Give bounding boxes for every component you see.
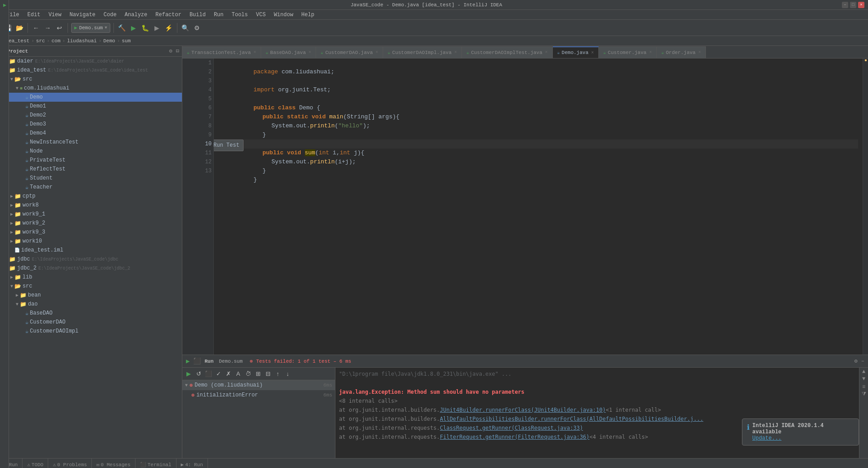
tree-work9-1[interactable]: ▶ 📁 work9_1 xyxy=(0,210,182,219)
bottom-tab-messages[interactable]: ✉ 0 Messages xyxy=(92,459,136,468)
notification-update-link[interactable]: Update... xyxy=(752,435,854,441)
tree-idea-test[interactable]: ▼ 📁 idea_test E:\IdeaProjects\JavaSE_cod… xyxy=(0,66,182,75)
tree-customerdaoimpl[interactable]: ☕ CustomerDAOImpl xyxy=(0,327,182,336)
export-btn[interactable]: ↑ xyxy=(273,369,282,378)
tab-close-icon[interactable]: × xyxy=(649,50,652,55)
rerun-failed-btn[interactable]: ↺ xyxy=(194,369,203,378)
code-editor[interactable]: 1 2 3 4 5 6 7 8 9 10 11 12 13 Run Test xyxy=(182,58,868,355)
tree-basedao[interactable]: ☕ BaseDAO xyxy=(0,309,182,318)
tree-node[interactable]: ☕ Node xyxy=(0,147,182,156)
sort-alpha-btn[interactable]: A xyxy=(234,369,243,378)
gear-icon[interactable]: ⚙ xyxy=(169,48,172,54)
bottom-tab-todo[interactable]: ⚠ TODO xyxy=(23,459,48,468)
tree-daier[interactable]: ▼ 📁 daier E:\IdeaProjects\JavaSE_code\da… xyxy=(0,57,182,66)
toolbar-revert[interactable]: ↩ xyxy=(54,23,64,33)
tree-demo1[interactable]: ☕ Demo1 xyxy=(0,102,182,111)
toolbar-build[interactable]: 🔨 xyxy=(117,23,127,33)
toolbar-profile[interactable]: ⚡ xyxy=(164,23,174,33)
expand-icon[interactable]: ⊟ xyxy=(176,48,179,54)
bottom-tab-terminal[interactable]: ⬛ Terminal xyxy=(136,459,176,468)
tab-basedao[interactable]: ☕ BaseDAO.java × xyxy=(261,46,316,58)
tree-dao[interactable]: ▼ 📁 dao xyxy=(0,300,182,309)
bottom-tab-run4[interactable]: ▶ 4: Run xyxy=(176,459,208,468)
menu-navigate[interactable]: Navigate xyxy=(66,11,99,19)
menu-analyze[interactable]: Analyze xyxy=(121,11,151,19)
window-controls[interactable]: – □ × xyxy=(842,2,864,8)
menu-window[interactable]: Window xyxy=(270,11,297,19)
run-config-selector[interactable]: ▶ Demo.sum ▼ xyxy=(71,23,110,33)
toolbar-forward[interactable]: → xyxy=(43,23,53,33)
tree-bean[interactable]: ▶ 📁 bean xyxy=(0,291,182,300)
run-play-btn[interactable]: ▶ xyxy=(186,357,190,365)
menu-build[interactable]: Build xyxy=(186,11,209,19)
tab-close-icon[interactable]: × xyxy=(253,50,256,55)
maximize-btn[interactable]: □ xyxy=(850,2,856,8)
toolbar-settings[interactable]: ⚙ xyxy=(192,23,202,33)
wrap-text-icon[interactable]: ≡ xyxy=(862,384,865,390)
scroll-down-icon[interactable]: ▼ xyxy=(862,376,865,382)
tree-src[interactable]: ▼ 📂 src xyxy=(0,75,182,84)
menu-tools[interactable]: Tools xyxy=(228,11,252,19)
tree-work10[interactable]: ▶ 📁 work10 xyxy=(0,237,182,246)
tree-customerdao[interactable]: ☕ CustomerDAO xyxy=(0,318,182,327)
tree-reflecttest[interactable]: ☕ ReflectTest xyxy=(0,165,182,174)
nav-liudashuai[interactable]: liudashuai xyxy=(67,38,97,44)
run-test-tooltip[interactable]: Run Test xyxy=(214,140,244,151)
tab-close-icon[interactable]: × xyxy=(454,50,457,55)
tab-customer[interactable]: ☕ Customer.java × xyxy=(599,46,657,58)
tree-jdbc2[interactable]: ▼ 📁 jdbc_2 E:\IdeaProjects\JavaSE_code\j… xyxy=(0,264,182,273)
toggle-failed-btn[interactable]: ✗ xyxy=(224,369,233,378)
tab-order[interactable]: ☕ Order.java × xyxy=(657,46,706,58)
filter-icon[interactable]: ⧩ xyxy=(862,391,866,397)
tree-teacher[interactable]: ☕ Teacher xyxy=(0,183,182,192)
collapse-all-btn[interactable]: ⊟ xyxy=(263,369,272,378)
tree-student[interactable]: ☕ Student xyxy=(0,174,182,183)
menu-run[interactable]: Run xyxy=(210,11,227,19)
tab-customerdaoimpl[interactable]: ☕ CustomerDAOImpl.java × xyxy=(383,46,462,58)
tree-demo[interactable]: ☕ Demo xyxy=(0,93,182,102)
run-stop-btn[interactable]: ⬛ xyxy=(193,357,201,365)
menu-view[interactable]: View xyxy=(45,11,65,19)
rerun-btn[interactable]: ▶ xyxy=(184,369,193,378)
run-minimize-icon[interactable]: – xyxy=(861,358,864,364)
toolbar-debug[interactable]: 🐛 xyxy=(140,23,150,33)
toolbar-coverage[interactable]: ▶ xyxy=(152,23,162,33)
tree-src2[interactable]: ▼ 📂 src xyxy=(0,282,182,291)
tree-privatetest[interactable]: ☕ PrivateTest xyxy=(0,156,182,165)
tree-cptp[interactable]: ▶ 📁 cptp xyxy=(0,192,182,201)
expand-all-btn[interactable]: ⊞ xyxy=(253,369,262,378)
tab-close-icon[interactable]: × xyxy=(545,50,548,55)
menu-vcs[interactable]: VCS xyxy=(253,11,270,19)
nav-com[interactable]: com xyxy=(51,38,60,44)
menu-code[interactable]: Code xyxy=(100,11,120,19)
toggle-passed-btn[interactable]: ✓ xyxy=(214,369,223,378)
nav-src[interactable]: src xyxy=(36,38,45,44)
tree-work8[interactable]: ▶ 📁 work8 xyxy=(0,201,182,210)
menu-refactor[interactable]: Refactor xyxy=(152,11,185,19)
toolbar-search[interactable]: 🔍 xyxy=(181,23,190,33)
tab-close-icon[interactable]: × xyxy=(308,50,311,55)
tab-demo[interactable]: ☕ Demo.java × xyxy=(553,46,599,58)
tree-work9-2[interactable]: ▶ 📁 work9_2 xyxy=(0,219,182,228)
tab-transactiontest[interactable]: ☕ TransactionTest.java × xyxy=(182,46,261,58)
menu-help[interactable]: Help xyxy=(298,11,318,19)
toolbar-back[interactable]: ← xyxy=(31,23,41,33)
menu-edit[interactable]: Edit xyxy=(24,11,44,19)
test-item-init-error[interactable]: ⊗ initializationError 6ms xyxy=(182,390,335,400)
sort-duration-btn[interactable]: ⏱ xyxy=(244,369,253,378)
toolbar-run[interactable]: ▶ xyxy=(129,23,139,33)
run-settings-icon[interactable]: ⚙ xyxy=(854,358,858,364)
code-content[interactable]: Run Test ▶ ▶ package com.liudashuai; imp… xyxy=(214,58,863,355)
tree-newinstancetest[interactable]: ☕ NewInstanceTest xyxy=(0,138,182,147)
close-btn[interactable]: × xyxy=(858,2,864,8)
tree-work9-3[interactable]: ▶ 📁 work9_3 xyxy=(0,228,182,237)
import-btn[interactable]: ↓ xyxy=(283,369,292,378)
tab-customerdao[interactable]: ☕ CustomerDAO.java × xyxy=(316,46,383,58)
tab-close-icon[interactable]: × xyxy=(375,50,378,55)
tab-close-icon[interactable]: × xyxy=(591,50,594,55)
tree-lib[interactable]: ▶ 📁 lib xyxy=(0,273,182,282)
tree-demo4[interactable]: ☕ Demo4 xyxy=(0,129,182,138)
test-item-demo[interactable]: ▼ ⊗ Demo (com.liudashuai) 6ms xyxy=(182,380,335,390)
tree-demo3[interactable]: ☕ Demo3 xyxy=(0,120,182,129)
stop-run-btn[interactable]: ⬛ xyxy=(204,369,213,378)
